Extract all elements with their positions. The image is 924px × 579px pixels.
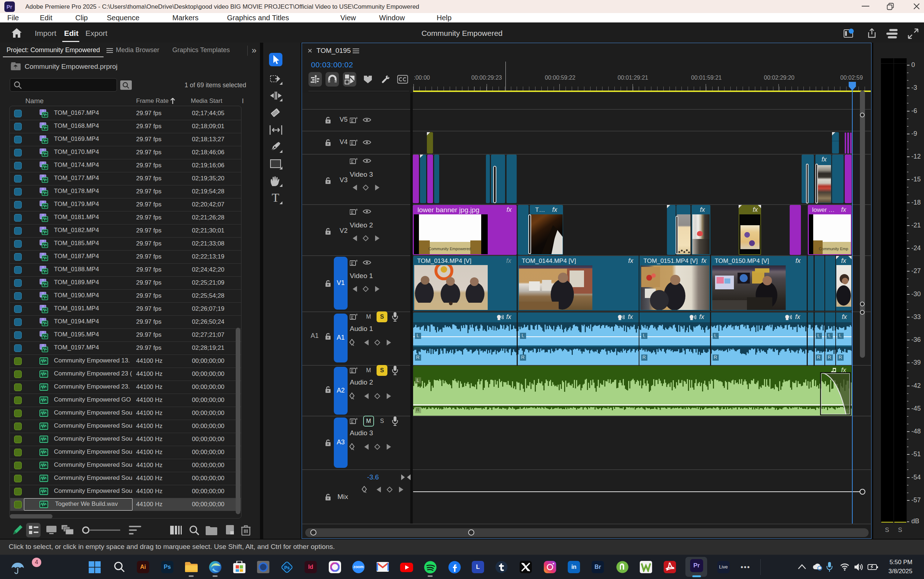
svg-text:Ps: Ps: [284, 565, 289, 570]
